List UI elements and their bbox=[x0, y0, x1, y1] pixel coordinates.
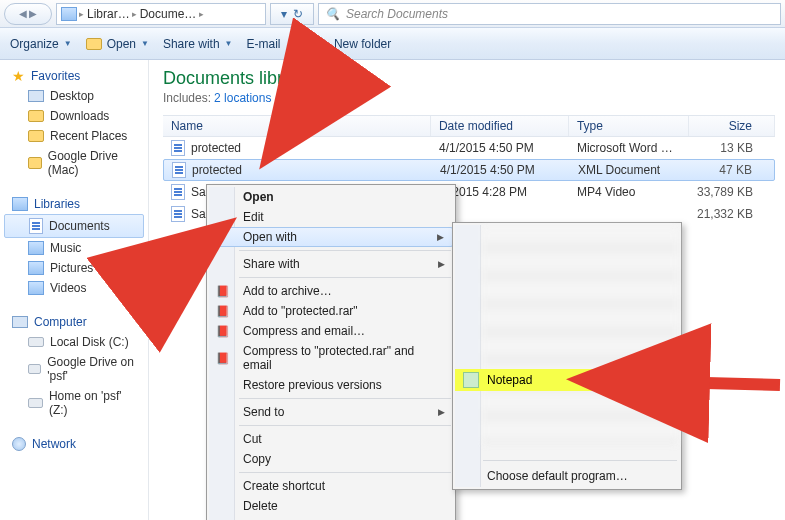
drive-icon bbox=[28, 337, 44, 347]
table-row[interactable]: protected 4/1/2015 4:50 PM Microsoft Wor… bbox=[163, 137, 775, 159]
network-group[interactable]: Network bbox=[4, 434, 144, 454]
ctx-openwith[interactable]: Open with bbox=[209, 227, 453, 247]
network-icon bbox=[12, 437, 26, 451]
search-icon: 🔍 bbox=[325, 7, 340, 21]
rar-icon: 📕 bbox=[215, 323, 231, 339]
documents-icon bbox=[29, 218, 43, 234]
col-type[interactable]: Type bbox=[569, 116, 689, 136]
nav-back-forward[interactable]: ◀▶ bbox=[4, 3, 52, 25]
drive-icon bbox=[28, 364, 41, 374]
crumb-libraries[interactable]: Librar… bbox=[87, 7, 130, 21]
burn-button[interactable]: Burn bbox=[295, 37, 320, 51]
blurred-apps bbox=[483, 227, 677, 445]
crumb-documents[interactable]: Docume… bbox=[140, 7, 197, 21]
rar-icon: 📕 bbox=[215, 283, 231, 299]
sidebar-item-recent[interactable]: Recent Places bbox=[4, 126, 144, 146]
sidebar-item-music[interactable]: Music bbox=[4, 238, 144, 258]
nav-tree: ★Favorites Desktop Downloads Recent Plac… bbox=[0, 60, 149, 520]
ctx-edit[interactable]: Edit bbox=[209, 207, 453, 227]
music-icon bbox=[28, 241, 44, 255]
video-icon bbox=[171, 184, 185, 200]
star-icon: ★ bbox=[12, 69, 25, 83]
library-icon bbox=[61, 6, 77, 22]
videos-icon bbox=[28, 281, 44, 295]
rar-icon: 📕 bbox=[215, 350, 231, 366]
ctx-copy[interactable]: Copy bbox=[209, 449, 453, 469]
library-icon bbox=[12, 197, 28, 211]
ctx-sharewith[interactable]: Share with bbox=[209, 254, 453, 274]
computer-group[interactable]: Computer bbox=[4, 312, 144, 332]
toolbar: Organize▼ Open▼ Share with▼ E-mail Burn … bbox=[0, 28, 785, 60]
word-icon bbox=[171, 140, 185, 156]
submenu-notepad[interactable]: Notepad bbox=[455, 369, 679, 391]
notepad-icon bbox=[463, 372, 479, 388]
organize-button[interactable]: Organize▼ bbox=[10, 37, 72, 51]
video-icon bbox=[171, 206, 185, 222]
search-input[interactable]: 🔍Search Documents bbox=[318, 3, 781, 25]
ctx-shortcut[interactable]: Create shortcut bbox=[209, 476, 453, 496]
folder-icon bbox=[28, 157, 42, 169]
computer-icon bbox=[12, 316, 28, 328]
ctx-rename[interactable]: Rename bbox=[209, 516, 453, 520]
open-icon bbox=[86, 36, 102, 52]
sidebar-item-localdisk[interactable]: Local Disk (C:) bbox=[4, 332, 144, 352]
refresh-button[interactable]: ▾↻ bbox=[270, 3, 314, 25]
col-size[interactable]: Size bbox=[689, 116, 775, 136]
col-name[interactable]: Name bbox=[163, 116, 431, 136]
xml-icon bbox=[172, 162, 186, 178]
email-button[interactable]: E-mail bbox=[247, 37, 281, 51]
rar-icon: 📕 bbox=[215, 303, 231, 319]
breadcrumb[interactable]: ▸Librar… ▸Docume…▸ bbox=[56, 3, 266, 25]
sidebar-item-psf-gdrive[interactable]: Google Drive on 'psf' bbox=[4, 352, 144, 386]
sidebar-item-documents[interactable]: Documents bbox=[4, 214, 144, 238]
column-headers: Name Date modified Type Size bbox=[163, 115, 775, 137]
folder-icon bbox=[28, 130, 44, 142]
sidebar-item-videos[interactable]: Videos bbox=[4, 278, 144, 298]
ctx-addarchive[interactable]: 📕Add to archive… bbox=[209, 281, 453, 301]
ctx-sendto[interactable]: Send to bbox=[209, 402, 453, 422]
search-placeholder: Search Documents bbox=[346, 7, 448, 21]
submenu-choose-default[interactable]: Choose default program… bbox=[487, 469, 628, 483]
ctx-compressprot[interactable]: 📕Compress to "protected.rar" and email bbox=[209, 341, 453, 375]
ctx-cut[interactable]: Cut bbox=[209, 429, 453, 449]
col-date[interactable]: Date modified bbox=[431, 116, 569, 136]
ctx-addprotected[interactable]: 📕Add to "protected.rar" bbox=[209, 301, 453, 321]
libraries-group[interactable]: Libraries bbox=[4, 194, 144, 214]
context-menu: Open Edit Open with Share with 📕Add to a… bbox=[206, 184, 456, 520]
table-row[interactable]: protected 4/1/2015 4:50 PM XML Document … bbox=[163, 159, 775, 181]
sidebar-item-psf-home[interactable]: Home on 'psf' (Z:) bbox=[4, 386, 144, 420]
desktop-icon bbox=[28, 90, 44, 102]
library-includes: Includes: 2 locations bbox=[163, 91, 775, 105]
share-button[interactable]: Share with▼ bbox=[163, 37, 233, 51]
page-title: Documents library bbox=[163, 68, 775, 89]
ctx-restore[interactable]: Restore previous versions bbox=[209, 375, 453, 395]
sidebar-item-downloads[interactable]: Downloads bbox=[4, 106, 144, 126]
openwith-submenu: Notepad Choose default program… bbox=[452, 222, 682, 490]
folder-icon bbox=[28, 110, 44, 122]
ctx-open[interactable]: Open bbox=[209, 187, 453, 207]
ctx-compressemail[interactable]: 📕Compress and email… bbox=[209, 321, 453, 341]
locations-link[interactable]: 2 locations bbox=[214, 91, 271, 105]
sidebar-item-gdrive[interactable]: Google Drive (Mac) bbox=[4, 146, 144, 180]
sidebar-item-desktop[interactable]: Desktop bbox=[4, 86, 144, 106]
open-button[interactable]: Open▼ bbox=[86, 36, 149, 52]
newfolder-button[interactable]: New folder bbox=[334, 37, 391, 51]
drive-icon bbox=[28, 398, 43, 408]
favorites-group[interactable]: ★Favorites bbox=[4, 66, 144, 86]
ctx-delete[interactable]: Delete bbox=[209, 496, 453, 516]
pictures-icon bbox=[28, 261, 44, 275]
sidebar-item-pictures[interactable]: Pictures bbox=[4, 258, 144, 278]
